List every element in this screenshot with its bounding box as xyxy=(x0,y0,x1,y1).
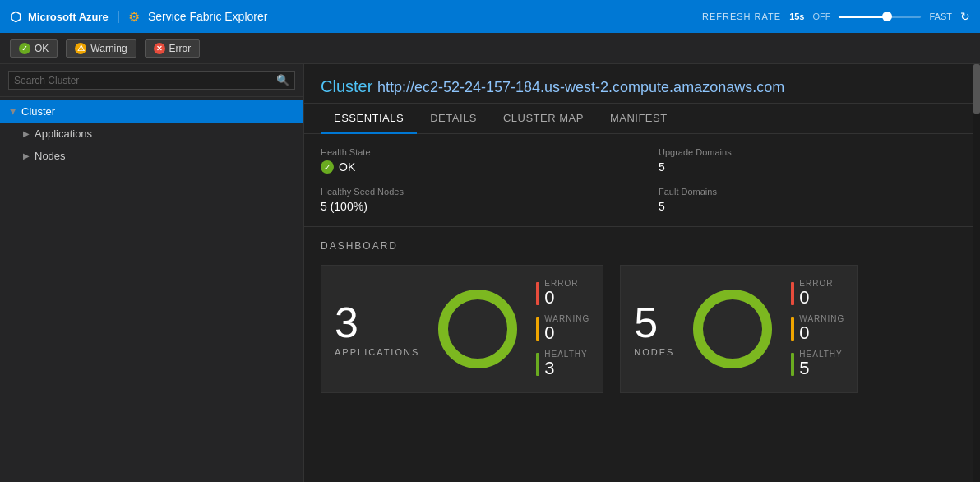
nodes-stats: ERROR 0 WARNING 0 xyxy=(791,279,844,379)
applications-healthy-row: HEALTHY 3 xyxy=(536,350,589,378)
nodes-error-bar xyxy=(791,282,794,305)
scrollbar-track[interactable] xyxy=(973,64,980,482)
error-label: Error xyxy=(169,43,192,54)
gear-icon: ⚙ xyxy=(128,9,140,25)
applications-label: APPLICATIONS xyxy=(335,347,419,357)
top-nav: ⬡ Microsoft Azure | ⚙ Service Fabric Exp… xyxy=(0,0,980,33)
tabs: ESSENTIALS DETAILS CLUSTER MAP MANIFEST xyxy=(304,104,980,134)
upgrade-domains-field: Upgrade Domains 5 xyxy=(659,147,964,174)
nodes-error-row: ERROR 0 xyxy=(791,279,844,308)
warning-count: 0 xyxy=(544,323,589,343)
nodes-arrow: ▶ xyxy=(23,151,30,160)
refresh-value: 15s xyxy=(789,12,804,21)
healthy-seed-nodes-field: Healthy Seed Nodes 5 (100%) xyxy=(321,187,626,213)
sidebar-item-applications[interactable]: ▶ Applications xyxy=(0,123,303,145)
applications-warning-row: WARNING 0 xyxy=(536,314,589,343)
applications-card-left: 3 APPLICATIONS xyxy=(335,301,419,357)
seed-nodes-value: 5 (100%) xyxy=(321,200,626,213)
content-area: Cluster http://ec2-52-24-157-184.us-west… xyxy=(304,64,980,482)
applications-card: 3 APPLICATIONS xyxy=(321,265,603,393)
refresh-icon[interactable]: ↻ xyxy=(960,10,970,23)
error-button[interactable]: ✕ Error xyxy=(145,39,201,58)
sidebar-item-cluster[interactable]: ▶ Cluster xyxy=(0,100,303,123)
applications-error-row: ERROR 0 xyxy=(536,279,589,308)
fault-domains-label: Fault Domains xyxy=(659,187,964,197)
applications-arrow: ▶ xyxy=(23,129,30,138)
nav-tree: ▶ Cluster ▶ Applications ▶ Nodes xyxy=(0,97,303,482)
upgrade-domains-value: 5 xyxy=(659,160,964,174)
health-state-value: ✓ OK xyxy=(321,160,626,174)
cluster-label: Cluster xyxy=(21,105,55,118)
nodes-healthy-row: HEALTHY 5 xyxy=(791,350,844,378)
refresh-controls: REFRESH RATE 15s OFF FAST ↻ xyxy=(702,10,970,23)
warning-label: Warning xyxy=(90,43,127,54)
cluster-title: Cluster http://ec2-52-24-157-184.us-west… xyxy=(321,77,964,96)
refresh-off-label: OFF xyxy=(812,12,830,21)
nodes-warning-count: 0 xyxy=(799,323,844,343)
nodes-warning-row: WARNING 0 xyxy=(791,314,844,343)
dashboard-section: DASHBOARD 3 APPLICATIONS xyxy=(304,227,980,406)
nodes-error-count: 0 xyxy=(799,288,833,308)
healthy-count: 3 xyxy=(544,359,587,378)
warning-dot: ⚠ xyxy=(75,43,86,54)
tab-essentials[interactable]: ESSENTIALS xyxy=(321,104,417,134)
applications-label: Applications xyxy=(35,127,92,140)
nodes-card: 5 NODES ERROR xyxy=(620,265,858,393)
error-bar xyxy=(536,282,539,305)
svg-point-1 xyxy=(443,294,512,364)
error-dot: ✕ xyxy=(154,43,165,54)
azure-icon: ⬡ xyxy=(10,9,21,25)
main-layout: 🔍 ▶ Cluster ▶ Applications ▶ Nodes Clust… xyxy=(0,64,980,482)
nodes-label: NODES xyxy=(634,347,674,357)
cluster-header: Cluster http://ec2-52-24-157-184.us-west… xyxy=(304,64,980,104)
health-state-label: Health State xyxy=(321,147,626,157)
sidebar-item-nodes[interactable]: ▶ Nodes xyxy=(0,145,303,167)
nodes-healthy-bar xyxy=(791,353,794,376)
refresh-slider[interactable] xyxy=(839,16,921,18)
search-box: 🔍 xyxy=(0,64,303,97)
tab-manifest[interactable]: MANIFEST xyxy=(597,104,681,134)
nodes-healthy-count: 5 xyxy=(799,359,842,378)
warning-bar xyxy=(536,317,539,341)
ok-label: OK xyxy=(35,43,49,54)
ok-dot: ✓ xyxy=(19,43,30,54)
upgrade-domains-label: Upgrade Domains xyxy=(659,147,964,157)
nodes-card-left: 5 NODES xyxy=(634,301,674,357)
dashboard-cards: 3 APPLICATIONS xyxy=(321,265,964,393)
tab-cluster-map[interactable]: CLUSTER MAP xyxy=(490,104,597,134)
refresh-rate-label: REFRESH RATE xyxy=(702,12,781,21)
error-count: 0 xyxy=(544,288,578,308)
svg-point-3 xyxy=(698,294,767,364)
applications-stats: ERROR 0 WARNING 0 xyxy=(536,279,589,379)
warning-button[interactable]: ⚠ Warning xyxy=(66,39,136,58)
app-title: Service Fabric Explorer xyxy=(148,10,268,23)
nodes-donut xyxy=(687,284,778,374)
status-bar: ✓ OK ⚠ Warning ✕ Error xyxy=(0,33,980,64)
nodes-label: Nodes xyxy=(35,150,66,162)
seed-nodes-label: Healthy Seed Nodes xyxy=(321,187,626,197)
nodes-count: 5 xyxy=(634,301,658,344)
fault-domains-field: Fault Domains 5 xyxy=(659,187,964,213)
dashboard-title: DASHBOARD xyxy=(321,240,964,252)
search-wrap: 🔍 xyxy=(8,71,295,90)
nav-separator: | xyxy=(117,9,120,24)
applications-count: 3 xyxy=(335,301,358,344)
healthy-bar xyxy=(536,353,539,376)
tab-details[interactable]: DETAILS xyxy=(417,104,490,134)
nodes-warning-bar xyxy=(791,317,794,341)
search-input[interactable] xyxy=(14,75,276,86)
cluster-url: http://ec2-52-24-157-184.us-west-2.compu… xyxy=(377,79,784,95)
ok-button[interactable]: ✓ OK xyxy=(10,39,58,58)
health-state-field: Health State ✓ OK xyxy=(321,147,626,174)
cluster-arrow: ▶ xyxy=(9,109,18,115)
refresh-fast-label: FAST xyxy=(929,12,952,21)
applications-donut xyxy=(432,284,523,374)
essentials-section: Health State ✓ OK Upgrade Domains 5 Heal… xyxy=(304,134,980,227)
scrollbar-thumb[interactable] xyxy=(973,64,980,114)
brand: ⬡ Microsoft Azure xyxy=(10,9,109,25)
health-ok-icon: ✓ xyxy=(321,160,334,174)
fault-domains-value: 5 xyxy=(659,200,964,213)
search-icon[interactable]: 🔍 xyxy=(276,74,289,86)
sidebar: 🔍 ▶ Cluster ▶ Applications ▶ Nodes xyxy=(0,64,304,482)
